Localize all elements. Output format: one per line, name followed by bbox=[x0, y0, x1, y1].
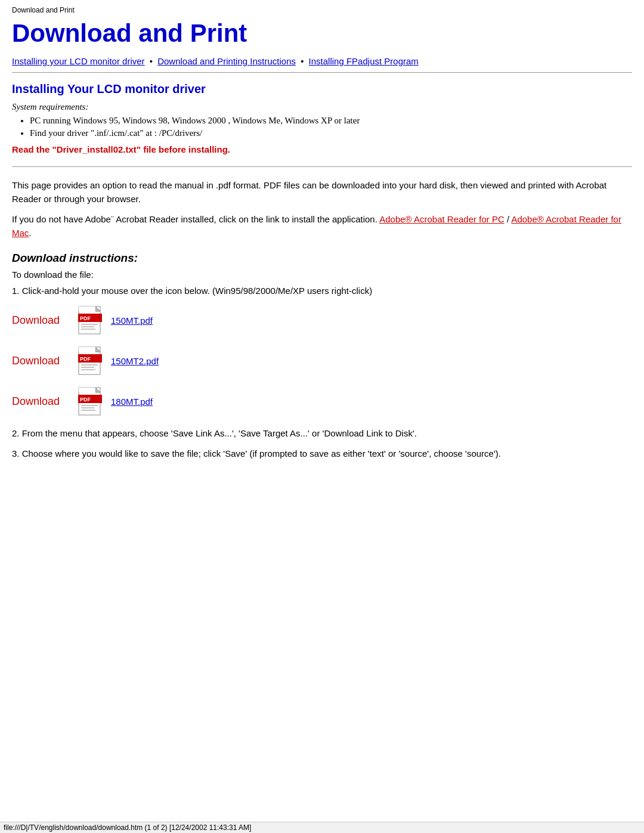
list-item: PC running Windows 95, Windows 98, Windo… bbox=[30, 116, 632, 126]
pdf-icon-1: PDF bbox=[78, 305, 106, 336]
step3-text: 3. Choose where you would like to save t… bbox=[12, 447, 632, 461]
pdf-link-1[interactable]: 150MT.pdf bbox=[111, 315, 153, 326]
breadcrumb-sep2: • bbox=[301, 56, 306, 66]
adobe-prefix: If you do not have Adobe¨ Acrobat Reader… bbox=[12, 214, 379, 224]
svg-rect-18 bbox=[79, 388, 95, 392]
pdf-icon-3: PDF bbox=[78, 386, 106, 417]
lcd-section: Installing Your LCD monitor driver Syste… bbox=[12, 82, 632, 154]
list-item: Find your driver ".inf/.icm/.cat" at : /… bbox=[30, 128, 632, 138]
download-label-1: Download bbox=[12, 314, 78, 327]
pdf-icon-2: PDF bbox=[78, 346, 106, 377]
browser-tab: Download and Print bbox=[12, 6, 632, 14]
svg-text:PDF: PDF bbox=[80, 315, 91, 321]
svg-rect-10 bbox=[79, 347, 95, 352]
step1-text: 1. Click-and-hold your mouse over the ic… bbox=[12, 284, 632, 298]
breadcrumb-link-fpadjust[interactable]: Installing FPadjust Program bbox=[309, 56, 419, 66]
svg-rect-2 bbox=[79, 306, 95, 311]
breadcrumb: Installing your LCD monitor driver • Dow… bbox=[12, 56, 632, 73]
download-label-3: Download bbox=[12, 395, 78, 408]
download-label-2: Download bbox=[12, 355, 78, 367]
download-instructions-title: Download instructions: bbox=[12, 252, 632, 265]
adobe-sep: / bbox=[504, 214, 512, 224]
driver-warning: Read the "Driver_install02.txt" file bef… bbox=[12, 144, 632, 154]
svg-text:PDF: PDF bbox=[80, 397, 91, 402]
download-row: Download PDF 150MT2.pdf bbox=[12, 346, 632, 377]
adobe-line: If you do not have Adobe¨ Acrobat Reader… bbox=[12, 213, 632, 240]
svg-text:PDF: PDF bbox=[80, 356, 91, 362]
breadcrumb-sep1: • bbox=[150, 56, 155, 66]
to-download-text: To download the file: bbox=[12, 270, 632, 280]
lcd-section-title: Installing Your LCD monitor driver bbox=[12, 82, 632, 96]
adobe-suffix: . bbox=[29, 228, 31, 238]
breadcrumb-link-download[interactable]: Download and Printing Instructions bbox=[157, 56, 296, 66]
adobe-reader-pc-link[interactable]: Adobe® Acrobat Reader for PC bbox=[379, 214, 504, 224]
pdf-link-3[interactable]: 180MT.pdf bbox=[111, 397, 153, 407]
breadcrumb-link-lcd[interactable]: Installing your LCD monitor driver bbox=[12, 56, 145, 66]
page-title: Download and Print bbox=[12, 19, 632, 48]
download-row: Download PDF 150MT.pdf bbox=[12, 305, 632, 336]
requirements-list: PC running Windows 95, Windows 98, Windo… bbox=[30, 116, 632, 138]
pdf-intro: This page provides an option to read the… bbox=[12, 179, 632, 206]
pdf-link-2[interactable]: 150MT2.pdf bbox=[111, 356, 159, 367]
divider bbox=[12, 166, 632, 167]
system-req-label: System requirements: bbox=[12, 102, 632, 112]
step2-text: 2. From the menu that appears, choose 'S… bbox=[12, 427, 632, 441]
download-row: Download PDF 180MT.pdf bbox=[12, 386, 632, 417]
